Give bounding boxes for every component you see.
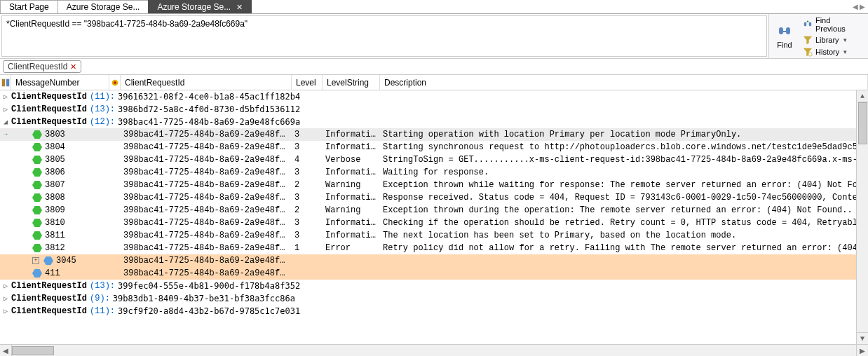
tab-label: Azure Storage Se...: [67, 2, 140, 12]
table-row[interactable]: 3804398bac41-7725-484b-8a69-2a9e48fc669a…: [0, 141, 868, 153]
hex-green-icon: [32, 193, 42, 202]
cell-clientrequestid: 398bac41-7725-484b-8a69-2a9e48fc669a: [121, 155, 292, 165]
group-count: (13):: [90, 104, 115, 114]
table-row[interactable]: 3805398bac41-7725-484b-8a69-2a9e48fc669a…: [0, 153, 868, 166]
collapse-icon[interactable]: ◢: [0, 118, 11, 126]
table-row[interactable]: +3045398bac41-7725-484b-8a69-2a9e48fc669…: [0, 254, 868, 267]
tab[interactable]: Azure Storage Se...: [57, 0, 149, 13]
cell-levelstring: Information: [323, 130, 380, 139]
row-marker: →: [0, 131, 11, 138]
table-row[interactable]: 3811398bac41-7725-484b-8a69-2a9e48fc669a…: [0, 229, 868, 242]
group-field: ClientRequestId: [11, 117, 87, 127]
cell-level: 2: [292, 180, 323, 190]
tab[interactable]: Azure Storage Se...✕: [148, 0, 252, 13]
table-row[interactable]: 3806398bac41-7725-484b-8a69-2a9e48fc669a…: [0, 166, 868, 179]
col-header-level[interactable]: Level: [292, 75, 323, 90]
expand-icon[interactable]: ▷: [0, 282, 11, 290]
group-value: 399fec04-555e-4b81-900d-f178b4a8f352: [118, 281, 300, 291]
expand-icon[interactable]: ▷: [0, 294, 11, 303]
grid-body[interactable]: ▷ClientRequestId (11):39616321-08f2-4ce0…: [0, 90, 868, 344]
table-row[interactable]: 3808398bac41-7725-484b-8a69-2a9e48fc669a…: [0, 191, 868, 204]
col-header-description[interactable]: Description: [380, 75, 868, 90]
group-value: 39cf9f20-a8d4-43b2-b67d-9785c1c7e031: [118, 306, 300, 316]
group-count: (12):: [90, 117, 115, 127]
cell-messagenumber: 3806: [11, 167, 109, 177]
group-value: 398bac41-7725-484b-8a69-2a9e48fc669a: [118, 117, 300, 127]
table-row[interactable]: 3810398bac41-7725-484b-8a69-2a9e48fc669a…: [0, 217, 868, 229]
tab[interactable]: Start Page: [0, 0, 58, 13]
cell-messagenumber: 3810: [11, 218, 109, 228]
hex-green-icon: [32, 168, 42, 177]
group-row[interactable]: ▷ClientRequestId (11):39cf9f20-a8d4-43b2…: [0, 305, 868, 317]
cell-messagenumber: 3811: [11, 231, 109, 240]
tab-label: Azure Storage Se...: [157, 2, 231, 12]
expand-icon[interactable]: +: [32, 257, 39, 264]
group-row[interactable]: ▷ClientRequestId (11):39616321-08f2-4ce0…: [0, 90, 868, 103]
filter-remove-icon[interactable]: ✕: [70, 62, 76, 71]
filter-bar: ClientRequestId ✕: [0, 59, 868, 75]
group-row[interactable]: ▷ClientRequestId (13):3986bd72-5a8c-4f0d…: [0, 103, 868, 116]
history-label: History: [815, 48, 839, 56]
tab-prev-icon[interactable]: ◀: [853, 3, 858, 11]
col-header-clientrequestid[interactable]: ClientRequestId: [121, 75, 292, 90]
cell-clientrequestid: 398bac41-7725-484b-8a69-2a9e48fc669a: [121, 205, 292, 215]
expand-icon[interactable]: ▷: [0, 307, 11, 315]
group-field: ClientRequestId: [11, 294, 87, 303]
cell-clientrequestid: 398bac41-7725-484b-8a69-2a9e48fc669a: [121, 243, 292, 253]
cell-clientrequestid: 398bac41-7725-484b-8a69-2a9e48fc669a: [121, 130, 292, 139]
table-row[interactable]: 411398bac41-7725-484b-8a69-2a9e48fc669a: [0, 267, 868, 280]
cell-messagenumber: 3812: [11, 243, 109, 253]
close-icon[interactable]: ✕: [236, 3, 243, 12]
expand-icon[interactable]: ▷: [0, 105, 11, 114]
cell-levelstring: Information: [323, 193, 380, 203]
dropdown-icon: ▾: [843, 36, 847, 43]
library-button[interactable]: Library ▾: [800, 34, 865, 46]
cell-level: 3: [292, 218, 323, 228]
col-diagnostic-icon[interactable]: [109, 75, 121, 90]
table-row[interactable]: 3809398bac41-7725-484b-8a69-2a9e48fc669a…: [0, 204, 868, 217]
cell-description: Exception thrown while waiting for respo…: [380, 180, 868, 190]
cell-level: 3: [292, 130, 323, 139]
expand-icon[interactable]: ▷: [0, 93, 11, 101]
scroll-up-icon[interactable]: ▲: [857, 90, 868, 102]
col-header-messagenumber[interactable]: MessageNumber: [11, 75, 109, 90]
vertical-scrollbar[interactable]: ▲ ▼: [856, 90, 868, 344]
group-value: 3986bd72-5a8c-4f0d-8730-d5bfd1536112: [118, 104, 300, 114]
hex-green-icon: [32, 244, 42, 252]
group-field: ClientRequestId: [11, 104, 87, 114]
scroll-down-icon[interactable]: ▼: [857, 332, 868, 344]
group-count: (13):: [90, 281, 115, 291]
cell-levelstring: Error: [323, 243, 380, 253]
scroll-right-icon[interactable]: ▶: [856, 345, 868, 357]
cell-clientrequestid: 398bac41-7725-484b-8a69-2a9e48fc669a: [121, 180, 292, 190]
find-label: Find: [777, 41, 792, 49]
filter-chip-label: ClientRequestId: [8, 62, 67, 71]
cell-messagenumber: 3805: [11, 155, 109, 165]
cell-level: 4: [292, 155, 323, 165]
col-header-levelstring[interactable]: LevelString: [323, 75, 380, 90]
history-button[interactable]: History ▾: [800, 46, 865, 57]
query-input[interactable]: *ClientRequestId == "398bac41-7725-484b-…: [1, 15, 767, 57]
funnel-icon: [803, 35, 813, 45]
table-row[interactable]: →3803398bac41-7725-484b-8a69-2a9e48fc669…: [0, 128, 868, 141]
cell-levelstring: Information: [323, 231, 380, 240]
cell-messagenumber: 3808: [11, 193, 109, 203]
find-previous-button[interactable]: Find Previous: [800, 15, 865, 34]
group-row[interactable]: ◢ClientRequestId (12):398bac41-7725-484b…: [0, 116, 868, 128]
group-field: ClientRequestId: [11, 92, 87, 102]
col-toggle-icon[interactable]: [0, 75, 11, 90]
cell-levelstring: Information: [323, 218, 380, 228]
table-row[interactable]: 3807398bac41-7725-484b-8a69-2a9e48fc669a…: [0, 179, 868, 191]
filter-chip-clientrequestid[interactable]: ClientRequestId ✕: [3, 60, 81, 73]
hex-green-icon: [32, 231, 42, 240]
scroll-left-icon[interactable]: ◀: [0, 345, 12, 357]
cell-description: Starting operation with location Primary…: [380, 130, 868, 139]
table-row[interactable]: 3812398bac41-7725-484b-8a69-2a9e48fc669a…: [0, 242, 868, 254]
group-row[interactable]: ▷ClientRequestId (13):399fec04-555e-4b81…: [0, 280, 868, 292]
horizontal-scrollbar[interactable]: ◀ ▶: [0, 344, 868, 356]
tab-label: Start Page: [9, 2, 49, 12]
tab-next-icon[interactable]: ▶: [860, 3, 865, 11]
svg-point-4: [114, 81, 116, 84]
find-button[interactable]: Find: [772, 22, 797, 50]
group-row[interactable]: ▷ClientRequestId (9):39b83db1-8409-4b37-…: [0, 292, 868, 305]
